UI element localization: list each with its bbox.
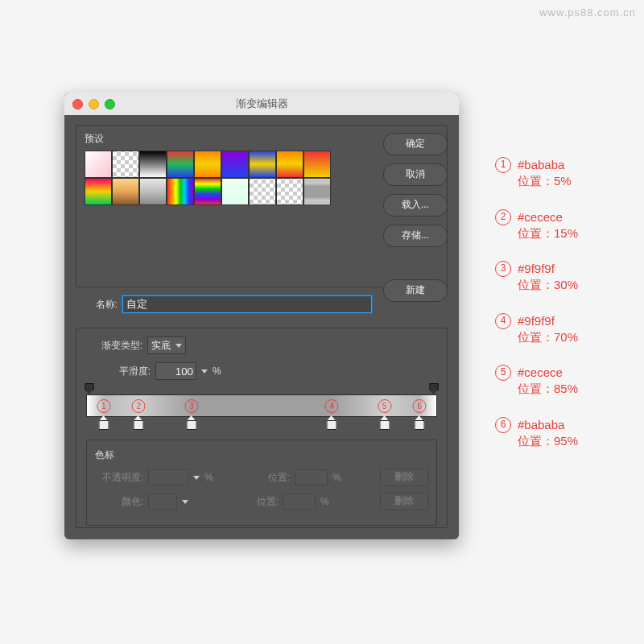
location-unit: % [332, 472, 341, 483]
save-button[interactable]: 存储... [383, 225, 448, 247]
preset-swatch[interactable] [276, 151, 303, 178]
location-unit: % [320, 496, 329, 507]
preset-swatch[interactable] [85, 178, 112, 205]
location-input [283, 493, 316, 510]
preset-swatch[interactable] [112, 178, 139, 205]
preset-swatch[interactable] [139, 151, 167, 178]
preset-swatch[interactable] [167, 178, 194, 205]
gradient-settings-panel: 渐变类型: 实底 平滑度: % 1 2 3 [76, 328, 448, 528]
anno-hex: #cecece [518, 209, 578, 225]
color-stop[interactable] [134, 415, 144, 430]
anno-hex: #9f9f9f [518, 261, 578, 277]
gradient-editor-window: 渐变编辑器 预设 [64, 93, 459, 539]
marker-6: 6 [413, 399, 427, 413]
preset-swatch[interactable] [139, 178, 167, 205]
preset-swatch[interactable] [85, 151, 112, 178]
marker-5: 5 [378, 399, 391, 413]
opacity-label: 不透明度: [95, 471, 143, 485]
annotation-2: 2 #cecece位置：15% [495, 209, 578, 242]
preset-swatches[interactable] [85, 151, 334, 205]
load-button[interactable]: 载入... [383, 194, 448, 217]
opacity-input [148, 469, 188, 485]
anno-pos: 位置：15% [518, 225, 578, 242]
color-stop[interactable] [415, 415, 425, 430]
annotation-5: 5 #cecece位置：85% [495, 365, 578, 398]
anno-hex: #bababa [518, 157, 572, 173]
preset-swatch[interactable] [194, 151, 221, 178]
ok-button[interactable]: 确定 [383, 133, 448, 155]
gradient-type-label: 渐变类型: [86, 339, 142, 353]
chevron-down-icon [193, 476, 200, 480]
color-stop[interactable] [379, 415, 390, 430]
annotation-3: 3 #9f9f9f位置：30% [495, 261, 578, 294]
gradient-bar[interactable]: 1 2 3 4 5 6 [86, 394, 437, 415]
chevron-down-icon[interactable] [201, 369, 208, 374]
annotation-4: 4 #9f9f9f位置：70% [495, 313, 578, 346]
anno-num: 2 [495, 209, 511, 225]
smoothness-label: 平滑度: [86, 365, 151, 378]
preset-swatch[interactable] [112, 151, 139, 178]
preset-swatch[interactable] [194, 178, 221, 205]
anno-num: 5 [495, 365, 511, 381]
anno-pos: 位置：30% [518, 277, 578, 293]
anno-num: 3 [495, 261, 511, 277]
location-label: 位置: [230, 495, 279, 509]
stops-header: 色标 [95, 448, 428, 462]
anno-pos: 位置：95% [518, 433, 578, 449]
anno-pos: 位置：70% [518, 329, 578, 345]
preset-swatch[interactable] [303, 178, 331, 205]
annotation-6: 6 #bababa位置：95% [495, 417, 578, 450]
new-button[interactable]: 新建 [383, 279, 448, 302]
annotation-column: 1 #bababa位置：5% 2 #cecece位置：15% 3 #9f9f9f… [495, 157, 578, 449]
delete-button: 删除 [380, 493, 428, 510]
chevron-down-icon [175, 344, 182, 348]
preset-swatch[interactable] [276, 178, 303, 205]
preset-swatch[interactable] [249, 151, 276, 178]
color-stop[interactable] [186, 415, 196, 430]
smoothness-input[interactable] [155, 362, 196, 380]
gradient-type-value: 实底 [151, 339, 171, 353]
opacity-stop[interactable] [429, 383, 438, 394]
opacity-stop[interactable] [85, 383, 94, 394]
color-stop[interactable] [327, 415, 337, 430]
opacity-unit: % [204, 472, 213, 483]
anno-hex: #9f9f9f [518, 313, 578, 329]
anno-pos: 位置：5% [518, 173, 572, 189]
presets-label: 预设 [85, 132, 104, 146]
stops-detail-panel: 色标 不透明度: % 位置: % 删除 颜色: 位置: [86, 440, 437, 526]
anno-num: 1 [495, 157, 511, 173]
marker-1: 1 [97, 399, 110, 413]
anno-hex: #cecece [518, 365, 578, 381]
marker-4: 4 [325, 399, 339, 413]
preset-swatch[interactable] [249, 178, 276, 205]
chevron-down-icon [182, 500, 188, 504]
name-label: 名称: [85, 298, 118, 312]
window-title: 渐变编辑器 [64, 97, 459, 111]
smoothness-unit: % [213, 365, 221, 377]
annotation-1: 1 #bababa位置：5% [495, 157, 578, 190]
name-input[interactable] [122, 295, 372, 313]
anno-hex: #bababa [518, 417, 578, 433]
preset-swatch[interactable] [221, 178, 249, 205]
preset-swatch[interactable] [221, 151, 249, 178]
color-label: 颜色: [95, 495, 143, 509]
delete-button: 删除 [380, 469, 428, 486]
location-label: 位置: [242, 471, 291, 485]
preset-swatch[interactable] [167, 151, 194, 178]
color-swatch [148, 493, 177, 510]
location-input [295, 469, 328, 485]
marker-2: 2 [132, 399, 146, 413]
titlebar: 渐变编辑器 [64, 93, 459, 115]
preset-swatch[interactable] [303, 151, 331, 178]
anno-num: 4 [495, 313, 511, 329]
anno-num: 6 [495, 417, 511, 433]
watermark-text: www.ps88.com.cn [539, 6, 636, 19]
color-stop[interactable] [98, 415, 109, 430]
marker-3: 3 [184, 399, 198, 413]
gradient-type-select[interactable]: 实底 [147, 336, 186, 354]
anno-pos: 位置：85% [518, 381, 578, 397]
cancel-button[interactable]: 取消 [383, 163, 448, 186]
